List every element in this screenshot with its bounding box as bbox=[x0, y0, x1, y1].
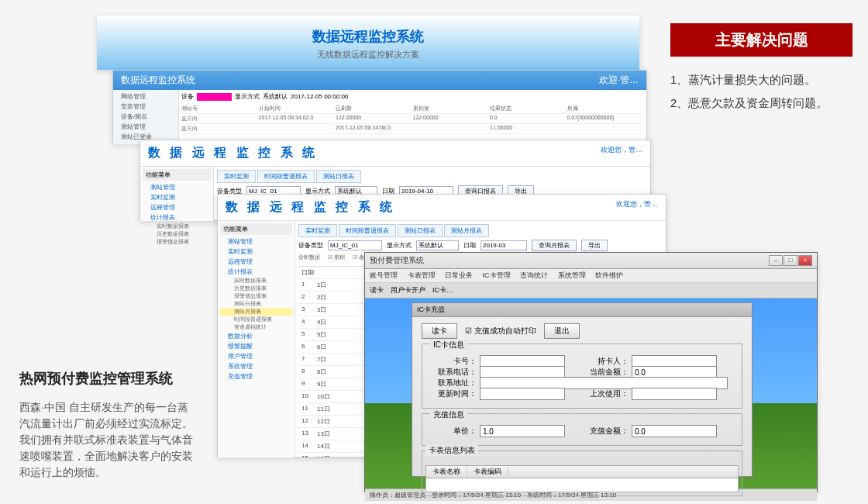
window-title: 预付费管理系统 bbox=[370, 255, 424, 266]
tree-sub[interactable]: 测站日报表 bbox=[220, 300, 292, 308]
device-field[interactable] bbox=[197, 93, 232, 101]
tree-title: 功能菜单 bbox=[143, 169, 211, 181]
update-time-input[interactable] bbox=[480, 388, 565, 400]
tree-sub[interactable]: 管道虚拟统计 bbox=[220, 323, 292, 331]
label: 显示方式 bbox=[387, 241, 412, 250]
close-button[interactable]: × bbox=[798, 255, 812, 266]
tree-node[interactable]: 远程管理 bbox=[143, 202, 211, 212]
col-code: 卡表编码 bbox=[467, 466, 508, 478]
problems-header: 主要解决问题 bbox=[670, 23, 852, 57]
tree-node[interactable]: 充值管理 bbox=[220, 371, 292, 381]
table-row[interactable]: 直方向 2017-12-05 08:34:08.0 11.00000 bbox=[181, 124, 644, 134]
window-3-header: 数 据 远 程 监 控 系 统 欢迎您，管… bbox=[140, 140, 650, 167]
recharge-info-fieldset: 充值信息 单价： 充值金额： bbox=[422, 413, 742, 446]
maximize-button[interactable]: □ bbox=[784, 255, 797, 266]
tab-daily-report[interactable]: 测站日报表 bbox=[398, 224, 443, 237]
tab-monthly-report[interactable]: 测站月报表 bbox=[444, 224, 489, 237]
exit-button[interactable]: 退出 bbox=[544, 323, 580, 339]
chk[interactable]: 分析数据 bbox=[298, 254, 320, 261]
tree-node[interactable]: 系统管理 bbox=[220, 361, 292, 371]
table-row[interactable]: 直方向 2017-12-05 08:34:02.0 122.00000 122.… bbox=[181, 114, 644, 124]
tree-sub-monthly[interactable]: 测站月报表 bbox=[220, 308, 292, 316]
date-input[interactable] bbox=[480, 240, 527, 250]
label: 卡号： bbox=[430, 356, 477, 367]
product-desc: 西森·中国 自主研发生产的每一台蒸汽流量计出厂前必须经过实流标定。我们拥有并联式… bbox=[19, 399, 198, 481]
minimize-button[interactable]: – bbox=[769, 255, 783, 266]
tree-item[interactable]: 设备/测点 bbox=[115, 112, 177, 122]
window-2-title: 数据远程监控系统 bbox=[121, 74, 195, 87]
query-monthly-button[interactable]: 查询月报表 bbox=[532, 240, 577, 251]
label: 上次使用： bbox=[582, 388, 629, 399]
menu-system[interactable]: 系统管理 bbox=[558, 271, 586, 279]
window-2-header: 数据远程监控系统 欢迎·管… bbox=[113, 71, 646, 90]
tree-sub[interactable]: 实时数据报表 bbox=[220, 277, 292, 285]
tree-node[interactable]: 实时监测 bbox=[143, 192, 211, 202]
window-3-title: 数 据 远 程 监 控 系 统 bbox=[148, 145, 318, 161]
tree-title: 功能菜单 bbox=[220, 223, 292, 235]
label: 日期 bbox=[463, 241, 476, 250]
amount-input[interactable] bbox=[632, 425, 717, 437]
tree-node[interactable]: 数据分析 bbox=[220, 331, 292, 341]
tree-node[interactable]: 实时监测 bbox=[220, 247, 292, 257]
right-info-panel: 主要解决问题 1、蒸汽计量损失大的问题。 2、恶意欠款及资金周转问题。 bbox=[670, 23, 852, 115]
label: 当前金额： bbox=[582, 367, 629, 378]
tab-realtime[interactable]: 实时监测 bbox=[217, 170, 256, 183]
label: 联系地址： bbox=[430, 378, 477, 388]
window-2-tree[interactable]: 网络管理 安装管理 设备/测点 测站管理 测站已登录 bbox=[113, 90, 179, 144]
menu-maintain[interactable]: 软件维护 bbox=[595, 271, 623, 279]
auto-print-checkbox[interactable]: ☑ 充值成功自动打印 bbox=[465, 326, 536, 337]
desktop-background: IC卡充值 读卡 ☑ 充值成功自动打印 退出 IC卡信息 卡号： 持卡人： 联系… bbox=[365, 299, 817, 488]
tree-node[interactable]: 统计报表 bbox=[220, 267, 292, 277]
price-input[interactable] bbox=[480, 425, 565, 437]
tab-daily-report[interactable]: 测站日报表 bbox=[316, 170, 361, 183]
tree-sub[interactable]: 实时数据报表 bbox=[143, 223, 211, 230]
banner-window: 数据远程监控系统 无线数据远程监控解决方案 bbox=[97, 16, 639, 70]
label: 显示方式 bbox=[235, 92, 260, 101]
menu-account[interactable]: 账号管理 bbox=[370, 271, 398, 279]
menu-iccard[interactable]: IC卡管理 bbox=[483, 271, 511, 279]
tree-node[interactable]: 报警提醒 bbox=[220, 341, 292, 351]
window-2: 数据远程监控系统 欢迎·管… 网络管理 安装管理 设备/测点 测站管理 测站已登… bbox=[112, 70, 647, 143]
toolbar: 读卡 用户卡开户 IC卡… bbox=[365, 283, 817, 299]
chk[interactable]: ☑ 累积 bbox=[328, 254, 345, 261]
label: 设备 bbox=[181, 92, 194, 101]
export-button[interactable]: 导出 bbox=[581, 240, 608, 251]
tab-realtime[interactable]: 实时监测 bbox=[298, 224, 337, 237]
window-2-welcome: 欢迎·管… bbox=[599, 74, 639, 87]
label: 充值金额： bbox=[582, 426, 629, 437]
tree-item[interactable]: 测站管理 bbox=[115, 122, 177, 132]
last-use-input[interactable] bbox=[632, 388, 717, 400]
menu-daily[interactable]: 日常业务 bbox=[445, 271, 473, 279]
window-controls: – □ × bbox=[769, 255, 812, 266]
tree-sub[interactable]: 历史数据报表 bbox=[220, 285, 292, 292]
dialog-top-row: 读卡 ☑ 充值成功自动打印 退出 bbox=[422, 323, 742, 339]
display-select[interactable] bbox=[416, 240, 459, 250]
read-card-button[interactable]: 读卡 bbox=[422, 323, 457, 339]
tree-node[interactable]: 统计报表 bbox=[143, 212, 211, 223]
device-select[interactable] bbox=[328, 240, 382, 250]
tree-item[interactable]: 安装管理 bbox=[115, 102, 177, 112]
fieldset-title: 充值信息 bbox=[430, 409, 467, 420]
window-4-header: 数 据 远 程 监 控 系 统 欢迎您，管… bbox=[218, 195, 666, 221]
tree-item[interactable]: 网络管理 bbox=[115, 91, 177, 102]
tree-sub[interactable]: 报警信息报表 bbox=[220, 292, 292, 300]
ic-card-app-window: 预付费管理系统 – □ × 账号管理 卡表管理 日常业务 IC卡管理 查询统计 … bbox=[364, 252, 818, 492]
tree-node[interactable]: 测站管理 bbox=[220, 236, 292, 247]
problems-list: 1、蒸汽计量损失大的问题。 2、恶意欠款及资金周转问题。 bbox=[670, 68, 852, 115]
tree-sub[interactable]: 报警信息报表 bbox=[143, 238, 211, 246]
menu-meter[interactable]: 卡表管理 bbox=[408, 271, 436, 279]
tree-sub[interactable]: 历史数据报表 bbox=[143, 230, 211, 238]
tab-period-report[interactable]: 时间段普通报表 bbox=[257, 170, 315, 183]
tree-node[interactable]: 用户管理 bbox=[220, 351, 292, 361]
label: 持卡人： bbox=[582, 356, 629, 367]
label: 2017-12-05 00:00:00 bbox=[291, 93, 348, 100]
tabs: 实时监测 时间段普通报表 测站日报表 bbox=[217, 170, 647, 183]
tree-node[interactable]: 测站管理 bbox=[143, 182, 211, 192]
window-3-welcome: 欢迎您，管… bbox=[601, 145, 642, 161]
tree-node[interactable]: 远程管理 bbox=[220, 257, 292, 267]
tab-period-report[interactable]: 时间段普通报表 bbox=[339, 224, 396, 237]
menu-query[interactable]: 查询统计 bbox=[520, 271, 548, 279]
tree-sub[interactable]: 时间段普通报表 bbox=[220, 316, 292, 323]
window-titlebar: 预付费管理系统 – □ × bbox=[365, 253, 817, 269]
meter-table-header: 卡表名称 卡表编码 bbox=[426, 466, 738, 478]
